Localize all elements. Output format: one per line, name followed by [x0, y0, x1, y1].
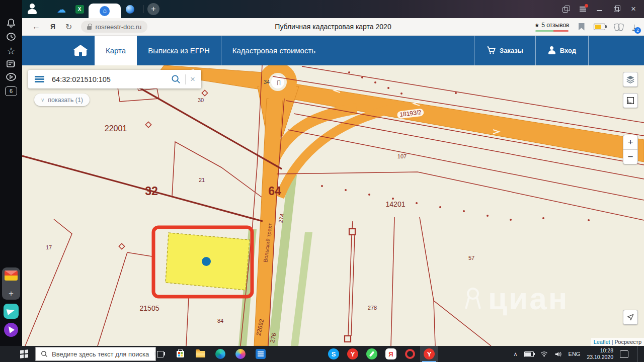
whatsapp-icon: [366, 348, 377, 359]
bookmark-flag-icon[interactable]: [579, 23, 585, 31]
bookmarks-star-icon[interactable]: ☆: [7, 45, 15, 57]
home-tab-icon: ⌂: [100, 6, 110, 16]
cloud-icon: ☁: [57, 4, 66, 15]
tab-panels-icon[interactable]: [562, 6, 570, 13]
new-tab-button[interactable]: +: [147, 3, 159, 15]
tab-cadastral-map-active[interactable]: ⌂: [89, 4, 121, 18]
search-icon[interactable]: [171, 74, 181, 84]
folder-icon: [196, 351, 205, 357]
skype-icon: S: [328, 348, 339, 359]
paint3d-icon: [235, 349, 246, 359]
browser-toolbar: ← Я ↻ rosreestr-doc.ru Публичная кадастр…: [22, 18, 644, 36]
paper-plane-icon: [7, 307, 16, 315]
tab-counter-badge[interactable]: 6: [5, 86, 17, 96]
roads: [158, 65, 644, 346]
mail-widget[interactable]: +: [2, 267, 20, 300]
language-indicator[interactable]: ENG: [569, 351, 581, 357]
edge-button[interactable]: [211, 346, 229, 362]
whatsapp-button[interactable]: [363, 346, 381, 362]
locate-button[interactable]: [623, 310, 638, 325]
extensions-icon[interactable]: [614, 23, 623, 31]
document-app-icon: [256, 349, 266, 359]
orders-label: Заказы: [500, 47, 523, 54]
url-text: rosreestr-doc.ru: [95, 23, 141, 31]
downloads-button[interactable]: ↓ 2: [632, 23, 637, 31]
alice-assistant-icon[interactable]: [4, 323, 18, 337]
edge-icon: [215, 349, 225, 359]
video-play-icon[interactable]: [6, 73, 16, 81]
extent-button[interactable]: [623, 93, 638, 108]
layers-button[interactable]: [623, 72, 638, 87]
task-view-button[interactable]: [151, 346, 169, 362]
tab-excel[interactable]: X: [70, 0, 89, 18]
taskbar-search[interactable]: Введите здесь текст для поиска: [35, 347, 156, 361]
browser-menu-icon[interactable]: [580, 6, 587, 13]
start-button[interactable]: [13, 346, 35, 362]
profile-avatar-icon[interactable]: [25, 2, 39, 16]
nav-tab-map[interactable]: Карта: [95, 35, 137, 65]
cadastral-search-input[interactable]: [51, 75, 171, 84]
opera-button[interactable]: [401, 346, 419, 362]
login-button[interactable]: Вход: [536, 35, 588, 65]
history-clock-icon[interactable]: [6, 32, 16, 42]
tab-comet[interactable]: [121, 0, 139, 18]
home-button[interactable]: [66, 35, 95, 65]
yandex-browser-active-button[interactable]: Y: [420, 346, 438, 362]
orders-button[interactable]: Заказы: [474, 35, 535, 65]
locate-arrow-icon: [626, 313, 634, 321]
file-explorer-button[interactable]: [191, 346, 209, 362]
show-results-button[interactable]: ∨ показать (1): [34, 94, 90, 106]
nav-tab-cost[interactable]: Кадастровая стоимость: [221, 35, 327, 65]
clear-search-icon[interactable]: ×: [190, 74, 195, 84]
zoom-out-button[interactable]: −: [623, 149, 637, 164]
tab-cloud[interactable]: ☁: [52, 0, 70, 18]
tray-expand-icon[interactable]: ∧: [514, 351, 518, 357]
zoom-in-button[interactable]: +: [623, 135, 637, 149]
battery-icon[interactable]: [524, 351, 534, 357]
address-bar[interactable]: rosreestr-doc.ru: [81, 21, 147, 33]
bell-icon[interactable]: [6, 18, 16, 28]
collections-icon[interactable]: [6, 59, 16, 68]
skype-button[interactable]: S: [325, 346, 343, 362]
search-divider: [185, 74, 186, 84]
restore-button[interactable]: [614, 6, 621, 13]
green-strip: [291, 232, 312, 346]
yandex-app-icon: Я: [385, 348, 396, 359]
messenger-icon[interactable]: [4, 304, 19, 319]
desktop: ☆ 6 + ☁ X ⌂ + ×: [0, 0, 644, 362]
battery-saver-icon[interactable]: [594, 24, 605, 30]
action-center-icon[interactable]: [620, 350, 628, 358]
refresh-icon[interactable]: ↻: [65, 22, 72, 32]
wifi-icon[interactable]: [540, 351, 548, 357]
show-desktop-button[interactable]: [637, 346, 640, 362]
back-icon[interactable]: ←: [32, 22, 40, 31]
show-results-label: показать (1): [48, 97, 83, 104]
windows-logo-icon: [20, 350, 28, 358]
store-icon: [177, 351, 184, 357]
yandex-browser-button[interactable]: Y: [344, 346, 362, 362]
date: 23.10.2020: [587, 354, 613, 360]
store-button[interactable]: [171, 346, 189, 362]
parcel-point[interactable]: [202, 257, 211, 266]
site-navbar: Карта Выписка из ЕГРН Кадастровая стоимо…: [22, 35, 644, 65]
yandex-button[interactable]: Я: [50, 23, 55, 31]
downloads-badge: 2: [634, 27, 641, 34]
paint3d-button[interactable]: [231, 346, 250, 362]
add-widget-icon[interactable]: +: [2, 289, 20, 298]
menu-burger-icon[interactable]: [35, 76, 44, 77]
nav-tab-egrn[interactable]: Выписка из ЕГРН: [137, 35, 221, 65]
leaflet-link[interactable]: Leaflet: [594, 339, 610, 345]
layers-icon: [626, 75, 635, 84]
taskbar-clock[interactable]: 10:28 23.10.2020: [587, 347, 613, 360]
minimize-button[interactable]: [597, 6, 604, 13]
volume-icon[interactable]: [554, 351, 562, 357]
map-canvas[interactable]: [22, 65, 644, 346]
blue-app-button[interactable]: [252, 346, 270, 362]
toolbar-right-group: ★ 5 отзывов ↓ 2: [534, 22, 637, 32]
yandex-app-button[interactable]: Я: [382, 346, 400, 362]
alice-glyph: [9, 326, 15, 333]
browser-tab-bar: ☁ X ⌂ + ×: [22, 0, 644, 18]
site-reviews[interactable]: ★ 5 отзывов: [534, 22, 569, 32]
close-button[interactable]: ×: [631, 6, 636, 13]
comet-icon: [126, 5, 134, 14]
